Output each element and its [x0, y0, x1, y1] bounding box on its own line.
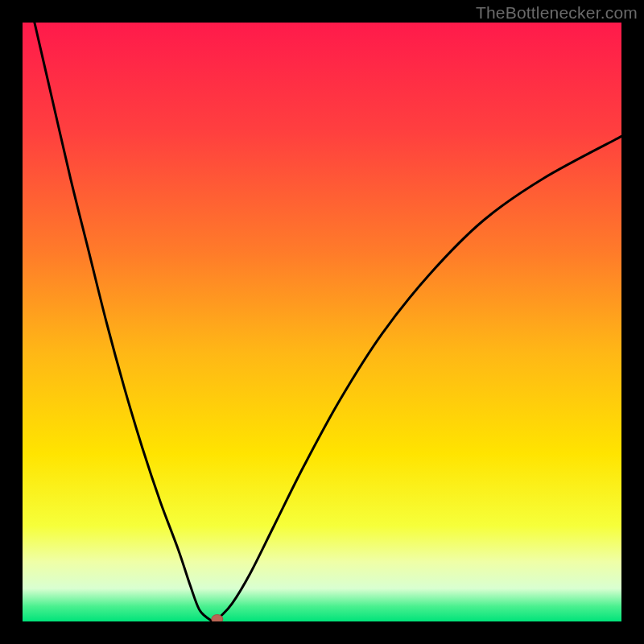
watermark-text: TheBottlenecker.com	[476, 3, 638, 23]
chart-frame: TheBottlenecker.com	[0, 0, 644, 644]
plot-svg	[23, 23, 621, 621]
optimal-point-marker	[212, 615, 223, 621]
plot-area	[23, 23, 621, 621]
gradient-background	[23, 23, 621, 621]
